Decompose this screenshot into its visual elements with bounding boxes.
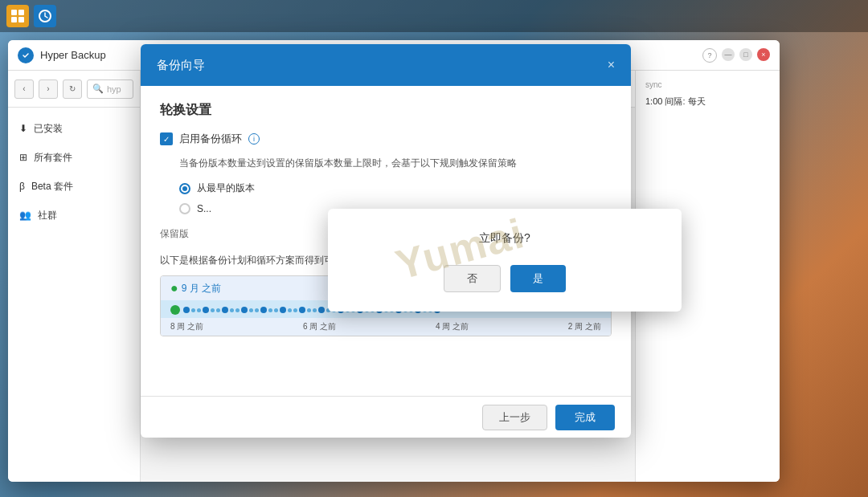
- help-button[interactable]: ?: [702, 48, 717, 63]
- timeline-label-8w: 8 周 之前: [170, 321, 203, 332]
- timeline-label-2w: 2 周 之前: [568, 321, 601, 332]
- timeline-period-label: 9 月 之前: [182, 282, 221, 295]
- timeline-label-4w: 4 周 之前: [436, 321, 469, 332]
- timeline-dot-8: [235, 308, 240, 312]
- sidebar-item-installed[interactable]: ⬇ 已安装: [8, 114, 140, 143]
- taskbar-icon-backup[interactable]: [34, 5, 56, 27]
- sidebar-search[interactable]: 🔍 hyp: [87, 79, 133, 99]
- timeline-dot-2: [197, 308, 201, 312]
- wizard-header: 备份向导 ×: [141, 44, 631, 86]
- info-interval-value: 1:00 间隔: 每天: [645, 96, 770, 108]
- timeline-dot-10: [249, 308, 253, 312]
- timeline-dot-16: [288, 308, 292, 312]
- sidebar: ‹ › ↻ 🔍 hyp ⬇ 已安装 ⊞ 所有套件 β: [8, 71, 141, 482]
- sidebar-item-beta[interactable]: β Beta 套件: [8, 172, 140, 201]
- wizard-title: 备份向导: [157, 58, 205, 73]
- wizard-footer: 上一步 完成: [141, 396, 631, 438]
- radio-dot-smart: [179, 203, 190, 214]
- timeline-dot-5: [216, 308, 220, 312]
- confirm-message: 立即备份?: [354, 231, 656, 246]
- svg-rect-2: [11, 17, 17, 22]
- timeline-dot-6: [222, 307, 228, 313]
- timeline-dot-14: [274, 308, 278, 312]
- sidebar-toolbar: ‹ › ↻ 🔍 hyp: [8, 71, 140, 108]
- timeline-dot-1: [191, 308, 195, 312]
- sidebar-item-label-community: 社群: [38, 209, 57, 222]
- rotation-description: 当备份版本数量达到设置的保留版本数量上限时，会基于以下规则触发保留策略: [179, 156, 612, 170]
- finish-button[interactable]: 完成: [555, 405, 615, 430]
- radio-item-earliest[interactable]: 从最早的版本: [179, 181, 612, 195]
- svg-rect-1: [18, 10, 24, 15]
- beta-icon: β: [19, 181, 25, 192]
- sidebar-item-label-all: 所有套件: [34, 151, 72, 165]
- timeline-dot-18: [299, 307, 305, 313]
- maximize-button[interactable]: □: [739, 48, 752, 61]
- timeline-period: ● 9 月 之前: [170, 281, 221, 295]
- community-icon: 👥: [19, 210, 31, 221]
- sidebar-item-label-installed: 已安装: [34, 122, 63, 136]
- sidebar-item-label-beta: Beta 套件: [31, 180, 73, 194]
- sidebar-item-all[interactable]: ⊞ 所有套件: [8, 143, 140, 172]
- timeline-dot-indicator: ●: [170, 281, 178, 295]
- checkbox-rotation[interactable]: ✓: [160, 132, 173, 145]
- timeline-dot-9: [241, 307, 248, 313]
- timeline-dot-3: [203, 307, 209, 313]
- download-icon: ⬇: [19, 123, 27, 134]
- confirm-no-button[interactable]: 否: [444, 265, 501, 292]
- timeline-dot-17: [293, 308, 297, 312]
- enable-rotation-row: ✓ 启用备份循环 i: [160, 132, 612, 146]
- taskbar-icon-pkg[interactable]: [6, 5, 29, 27]
- search-placeholder: hyp: [107, 84, 121, 94]
- timeline-dot-15: [280, 307, 286, 313]
- info-icon[interactable]: i: [248, 133, 260, 145]
- step-title: 轮换设置: [160, 102, 612, 119]
- timeline-label-6w: 6 周 之前: [303, 321, 336, 332]
- confirm-buttons: 否 是: [354, 265, 656, 292]
- info-sync-row: sync: [645, 80, 770, 89]
- close-button[interactable]: ×: [757, 48, 770, 61]
- confirm-yes-button[interactable]: 是: [510, 265, 566, 292]
- timeline-start-dot: [170, 305, 180, 315]
- timeline-dot-19: [307, 308, 311, 312]
- timeline-dot-4: [211, 308, 215, 312]
- timeline-dot-12: [260, 307, 267, 313]
- minimize-button[interactable]: —: [722, 48, 735, 61]
- confirm-dialog: 立即备份? 否 是: [328, 209, 682, 312]
- radio-label-earliest: 从最早的版本: [197, 181, 255, 195]
- info-sync-label: sync: [645, 80, 770, 89]
- timeline-labels: 8 周 之前 6 周 之前 4 周 之前 2 周 之前: [161, 318, 611, 336]
- app-title: Hyper Backup: [40, 49, 106, 61]
- app-icon: [18, 47, 34, 63]
- sidebar-nav-items: ⬇ 已安装 ⊞ 所有套件 β Beta 套件 👥 社群: [8, 108, 140, 236]
- taskbar: [0, 0, 868, 32]
- search-icon: 🔍: [92, 84, 104, 94]
- wizard-close-button[interactable]: ×: [608, 58, 615, 72]
- grid-icon: ⊞: [19, 152, 27, 163]
- info-interval-row: 1:00 间隔: 每天: [645, 96, 770, 108]
- keep-label: 保留版: [160, 227, 189, 241]
- nav-forward-button[interactable]: ›: [39, 79, 58, 99]
- titlebar-controls: ? — □ ×: [702, 48, 770, 63]
- back-button[interactable]: 上一步: [482, 405, 547, 430]
- timeline-dot-0: [183, 307, 190, 313]
- radio-dot-earliest: [179, 183, 190, 194]
- timeline-dot-21: [318, 307, 325, 313]
- radio-label-smart: S...: [197, 203, 211, 214]
- nav-refresh-button[interactable]: ↻: [63, 79, 82, 99]
- nav-back-button[interactable]: ‹: [14, 79, 34, 99]
- svg-rect-0: [11, 10, 17, 15]
- sidebar-item-community[interactable]: 👥 社群: [8, 201, 140, 230]
- timeline-dot-13: [268, 308, 272, 312]
- timeline-dot-7: [230, 308, 234, 312]
- svg-rect-3: [18, 17, 24, 22]
- timeline-dot-11: [255, 308, 259, 312]
- enable-rotation-label: 启用备份循环: [179, 132, 242, 146]
- timeline-dot-20: [313, 308, 317, 312]
